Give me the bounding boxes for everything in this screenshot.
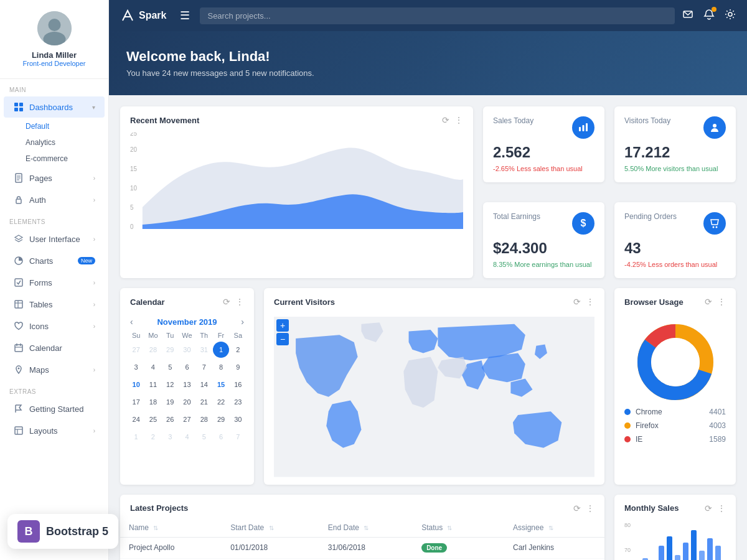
- svg-point-21: [18, 368, 20, 370]
- cal-day[interactable]: 16: [230, 376, 246, 393]
- projects-more-icon[interactable]: ⋮: [586, 503, 594, 513]
- cal-day[interactable]: 25: [145, 411, 161, 427]
- map-zoom-out-button[interactable]: −: [276, 333, 289, 345]
- sidebar-sub-default[interactable]: Default: [0, 118, 108, 134]
- monthly-more-icon[interactable]: ⋮: [717, 503, 726, 513]
- cal-day[interactable]: 6: [179, 359, 195, 375]
- cal-day[interactable]: 29: [213, 411, 229, 427]
- sidebar-item-layouts[interactable]: Layouts ›: [4, 420, 105, 441]
- sidebar-item-icons[interactable]: Icons ›: [4, 315, 105, 337]
- map-zoom-in-button[interactable]: +: [276, 319, 289, 332]
- sidebar-sub-ecommerce[interactable]: E-commerce: [0, 151, 108, 167]
- sort-status-icon[interactable]: ⇅: [447, 525, 452, 531]
- heart-icon: [13, 320, 24, 332]
- sidebar-item-ui[interactable]: User Interface ›: [4, 228, 105, 250]
- cal-day[interactable]: 21: [196, 394, 212, 410]
- cal-day[interactable]: 28: [196, 411, 212, 427]
- sidebar-item-calendar[interactable]: Calendar: [4, 337, 105, 358]
- sidebar-item-maps[interactable]: Maps ›: [4, 359, 105, 380]
- cal-day[interactable]: 22: [213, 394, 229, 410]
- cal-day[interactable]: 9: [230, 359, 246, 375]
- cal-day[interactable]: 3: [128, 359, 144, 375]
- svg-text:25: 25: [130, 133, 137, 137]
- sort-end-icon[interactable]: ⇅: [364, 525, 369, 531]
- cal-day[interactable]: 30: [179, 342, 195, 358]
- search-input[interactable]: [200, 7, 675, 24]
- cal-day[interactable]: 7: [230, 429, 246, 445]
- more-icon[interactable]: ⋮: [454, 115, 463, 125]
- sort-name-icon[interactable]: ⇅: [153, 525, 158, 531]
- map-more-icon[interactable]: ⋮: [586, 297, 594, 307]
- svg-rect-66: [683, 543, 688, 561]
- sort-start-icon[interactable]: ⇅: [269, 525, 274, 531]
- sidebar-sub-analytics[interactable]: Analytics: [0, 134, 108, 151]
- cal-day[interactable]: 6: [213, 429, 229, 445]
- cal-day[interactable]: 3: [162, 429, 178, 445]
- cal-day[interactable]: 10: [128, 376, 144, 393]
- notification-icon[interactable]: [703, 9, 715, 22]
- cal-day-today[interactable]: 1: [213, 342, 229, 358]
- monthly-refresh-icon[interactable]: ⟳: [705, 503, 712, 513]
- notification-dot: [712, 7, 716, 12]
- browser-refresh-icon[interactable]: ⟳: [705, 297, 712, 307]
- cal-day[interactable]: 27: [179, 411, 195, 427]
- cal-day[interactable]: 27: [128, 342, 144, 358]
- cal-day[interactable]: 11: [145, 376, 161, 393]
- cal-day[interactable]: 4: [179, 429, 195, 445]
- cal-day[interactable]: 13: [179, 376, 195, 393]
- mail-icon[interactable]: [682, 9, 693, 22]
- cal-day[interactable]: 23: [230, 394, 246, 410]
- sidebar-item-auth[interactable]: Auth ›: [4, 189, 105, 210]
- sidebar-item-pages[interactable]: Pages ›: [4, 167, 105, 189]
- cal-day[interactable]: 17: [128, 394, 144, 410]
- cal-day[interactable]: 4: [145, 359, 161, 375]
- cal-day[interactable]: 2: [230, 342, 246, 358]
- cal-day[interactable]: 1: [128, 429, 144, 445]
- sidebar-item-tables[interactable]: Tables ›: [4, 294, 105, 315]
- cal-next-arrow[interactable]: ›: [241, 317, 244, 327]
- cal-day[interactable]: 5: [196, 429, 212, 445]
- cal-refresh-icon[interactable]: ⟳: [223, 297, 230, 307]
- cal-day[interactable]: 31: [196, 342, 212, 358]
- ie-dot: [624, 436, 631, 442]
- sort-assignee-icon[interactable]: ⇅: [548, 525, 553, 531]
- cal-day[interactable]: 24: [128, 411, 144, 427]
- recent-movement-header: Recent Movement ⟳ ⋮: [120, 106, 473, 130]
- sidebar-item-charts[interactable]: Charts New: [4, 250, 105, 271]
- hamburger-button[interactable]: ☰: [180, 9, 190, 22]
- projects-refresh-icon[interactable]: ⟳: [573, 503, 581, 513]
- calendar-actions: ⟳ ⋮: [223, 297, 244, 307]
- welcome-banner: Welcome back, Linda! You have 24 new mes…: [109, 31, 747, 95]
- projects-table: Name ⇅ Start Date ⇅ End Date ⇅ Status ⇅ …: [120, 518, 604, 561]
- cal-day[interactable]: 8: [213, 359, 229, 375]
- refresh-icon[interactable]: ⟳: [442, 115, 449, 125]
- cal-day[interactable]: 15: [213, 376, 229, 393]
- cal-day[interactable]: 28: [145, 342, 161, 358]
- monthly-sales-card: Monthly Sales ⟳ ⋮ 80 70 60: [614, 495, 736, 561]
- cal-more-icon[interactable]: ⋮: [235, 297, 244, 307]
- cal-prev-arrow[interactable]: ‹: [130, 317, 133, 327]
- bootstrap-text: Bootstrap 5: [46, 525, 108, 538]
- cal-nav: ‹ November 2019 ›: [120, 312, 254, 332]
- stat-earnings-header: Total Earnings $: [493, 212, 594, 235]
- cal-day[interactable]: 29: [162, 342, 178, 358]
- charts-badge: New: [78, 257, 95, 264]
- cal-day[interactable]: 18: [145, 394, 161, 410]
- cal-day[interactable]: 2: [145, 429, 161, 445]
- cal-day[interactable]: 26: [162, 411, 178, 427]
- stat-sales-value: 2.562: [493, 144, 594, 161]
- world-map-svg: [274, 317, 594, 477]
- sidebar-item-getting-started[interactable]: Getting Started: [4, 398, 105, 419]
- map-refresh-icon[interactable]: ⟳: [573, 297, 581, 307]
- sidebar-item-dashboards[interactable]: Dashboards ▾: [4, 96, 105, 118]
- cal-day[interactable]: 20: [179, 394, 195, 410]
- cal-day[interactable]: 12: [162, 376, 178, 393]
- cal-day[interactable]: 14: [196, 376, 212, 393]
- cal-day[interactable]: 7: [196, 359, 212, 375]
- sidebar-item-forms[interactable]: Forms ›: [4, 272, 105, 293]
- cal-day[interactable]: 5: [162, 359, 178, 375]
- settings-icon[interactable]: [725, 9, 736, 22]
- browser-more-icon[interactable]: ⋮: [717, 297, 726, 307]
- cal-day[interactable]: 19: [162, 394, 178, 410]
- cal-day[interactable]: 30: [230, 411, 246, 427]
